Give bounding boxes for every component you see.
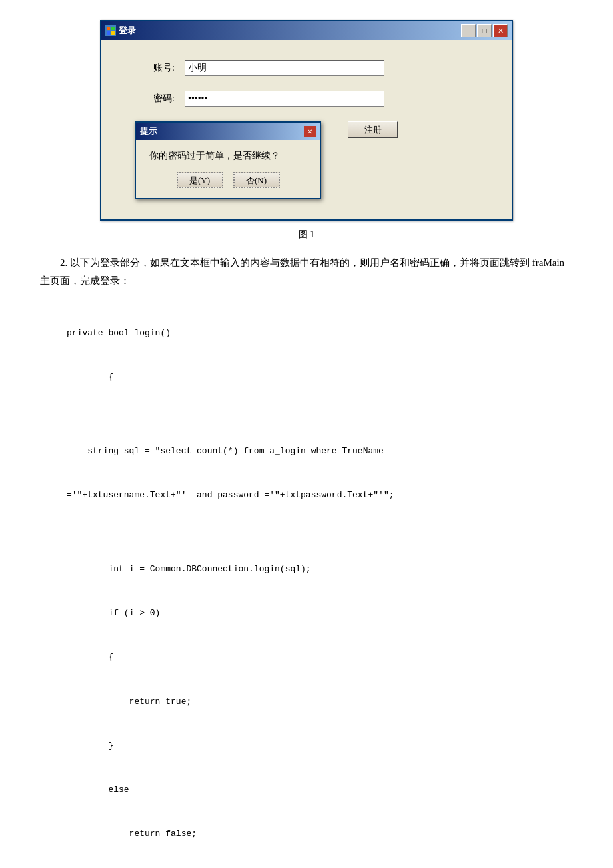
svg-rect-3 xyxy=(111,31,115,35)
modal-title: 提示 xyxy=(140,125,157,137)
code-line-9: { xyxy=(67,650,573,665)
password-label: 密码: xyxy=(135,93,175,105)
dialog-area: 登录 ─ □ ✕ 账号: 密码: xyxy=(40,20,573,221)
window-controls: ─ □ ✕ xyxy=(461,24,508,37)
modal-content: 你的密码过于简单，是否继续？ 是(Y) 否(N) xyxy=(136,140,320,198)
svg-rect-2 xyxy=(107,31,110,35)
code-line-7: int i = Common.DBConnection.login(sql); xyxy=(67,562,573,577)
modal-buttons: 是(Y) 否(N) xyxy=(149,172,306,188)
svg-rect-1 xyxy=(111,27,115,30)
code-line-13: return false; xyxy=(67,827,573,841)
bottom-content: 提示 ✕ 你的密码过于简单，是否继续？ 是(Y) 否(N) 注册 xyxy=(135,121,478,199)
code-line-5: =′″+txtusername.Text+″′ and password =′″… xyxy=(67,488,573,503)
window-content: 账号: 密码: 提示 ✕ 你的密码过于简单，是否继续？ xyxy=(101,40,512,219)
register-area: 注册 xyxy=(348,121,398,138)
window-icon xyxy=(105,25,116,36)
svg-rect-0 xyxy=(107,27,110,30)
code-line-12: else xyxy=(67,783,573,797)
code-line-4: string sql = ″select count(*) from a_log… xyxy=(67,444,573,459)
prompt-dialog: 提示 ✕ 你的密码过于简单，是否继续？ 是(Y) 否(N) xyxy=(135,121,321,199)
figure-caption: 图 1 xyxy=(40,229,573,241)
login-window: 登录 ─ □ ✕ 账号: 密码: xyxy=(100,20,513,221)
minimize-button[interactable]: ─ xyxy=(461,24,476,37)
close-button[interactable]: ✕ xyxy=(493,24,508,37)
code-line-11: } xyxy=(67,739,573,753)
modal-message: 你的密码过于简单，是否继续？ xyxy=(149,150,306,162)
modal-close-button[interactable]: ✕ xyxy=(304,126,316,137)
account-row: 账号: xyxy=(135,60,478,76)
code-line-2: { xyxy=(67,370,573,385)
window-title: 登录 xyxy=(119,25,136,37)
code-line-8: if (i > 0) xyxy=(67,606,573,621)
maximize-button[interactable]: □ xyxy=(477,24,492,37)
register-button[interactable]: 注册 xyxy=(348,121,398,138)
password-row: 密码: xyxy=(135,91,478,107)
titlebar: 登录 ─ □ ✕ xyxy=(101,21,512,40)
yes-button[interactable]: 是(Y) xyxy=(177,172,223,188)
code-block: private bool login() { string sql = ″sel… xyxy=(67,297,573,868)
paragraph-1: 2. 以下为登录部分，如果在文本框中输入的内容与数据中有相符的，则用户名和密码正… xyxy=(40,254,573,290)
account-label: 账号: xyxy=(135,62,175,74)
code-line-1: private bool login() xyxy=(67,326,573,341)
code-line-10: return true; xyxy=(67,695,573,709)
no-button[interactable]: 否(N) xyxy=(233,172,280,188)
password-input[interactable] xyxy=(185,91,384,107)
account-input[interactable] xyxy=(185,60,384,76)
modal-titlebar: 提示 ✕ xyxy=(136,123,320,140)
